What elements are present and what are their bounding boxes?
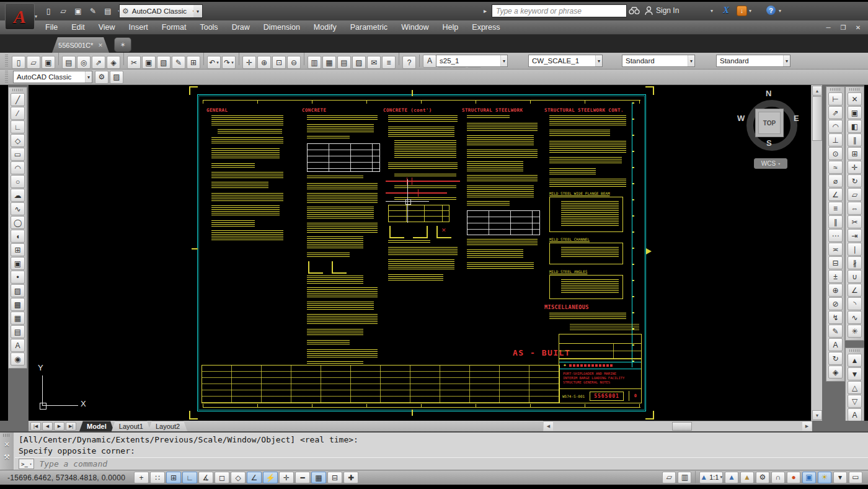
text-style-arrow-icon[interactable]: ▾ [500, 55, 507, 66]
diameter-dimension-button[interactable]: ⌀ [828, 174, 843, 187]
download-apps-icon[interactable]: ↓ [737, 6, 747, 16]
stretch-button[interactable]: ⇔ [848, 202, 862, 215]
dim-style-combo[interactable]: CW_SCALE_1 ▾ [528, 55, 603, 67]
object-snap-3d-button[interactable]: ◇ [231, 472, 246, 483]
undo-history-button[interactable]: ↶▾ [207, 56, 221, 69]
copy-button[interactable]: ▣ [848, 106, 862, 119]
wrench-icon[interactable]: ⚒ [2, 452, 12, 462]
transparency-button[interactable]: ▦ [311, 472, 326, 483]
angular-dimension-button[interactable]: ∠ [828, 188, 843, 201]
menu-express[interactable]: Express [465, 21, 507, 34]
plot-button[interactable]: ▤ [62, 56, 76, 69]
send-under-button[interactable]: ▽ [848, 395, 862, 408]
aligned-dimension-button[interactable]: ⇗ [828, 106, 843, 119]
ellipse-arc-button[interactable]: ◖ [11, 230, 25, 243]
viewcube[interactable]: N W E S TOP WCS ▾ [743, 96, 800, 171]
spline-button[interactable]: ∿ [11, 202, 25, 215]
ortho-mode-button[interactable]: ∟ [182, 472, 197, 483]
blend-curves-button[interactable]: ∿ [848, 311, 862, 324]
dimension-break-button[interactable]: ⊟ [828, 256, 843, 269]
open-button[interactable]: ▱ [27, 56, 40, 69]
help-button[interactable]: ? [402, 56, 416, 69]
workspace-switching-button[interactable]: ⚙ [756, 472, 769, 483]
command-prompt-button[interactable]: >_ ▾ [19, 459, 34, 469]
menu-draw[interactable]: Draw [225, 21, 257, 34]
dimension-edit-button[interactable]: ✎ [828, 325, 843, 338]
redo-history-dropdown-icon[interactable]: ▾ [231, 60, 234, 65]
make-block-button[interactable]: ▣ [11, 257, 25, 270]
object-snap-tracking-button[interactable]: ∠ [247, 472, 262, 483]
multileader-style-arrow-icon[interactable]: ▾ [783, 55, 790, 66]
open-file-button[interactable]: ▱ [56, 5, 70, 18]
quick-properties-button[interactable]: ⊟ [327, 472, 342, 483]
toolbar-lock-button[interactable]: ∩ [771, 472, 785, 483]
toolbar-grip[interactable] [5, 71, 8, 83]
gradient-button[interactable]: ▩ [11, 298, 25, 311]
bring-above-button[interactable]: △ [848, 381, 862, 394]
text-style-combo[interactable]: s25_1 ▾ [436, 55, 508, 67]
sign-in-button[interactable]: Sign In [645, 5, 679, 16]
move-button[interactable]: ✛ [848, 161, 862, 174]
workspace-extra-dropdown[interactable]: ▾ [193, 4, 203, 18]
scroll-down-button[interactable]: ▼ [812, 410, 822, 420]
text-to-front-button[interactable]: A [848, 408, 862, 421]
workspaces-combo[interactable]: AutoCAD Classic ▾ [13, 71, 92, 83]
hardware-acceleration-button[interactable]: ▣ [802, 472, 816, 483]
viewcube-top-face[interactable]: TOP [755, 109, 784, 137]
polar-tracking-button[interactable]: ∡ [198, 472, 213, 483]
multileader-style-combo[interactable]: Standard ▾ [716, 55, 790, 67]
chamfer-button[interactable]: ∠ [848, 284, 862, 297]
plot-preview-button[interactable]: ◎ [77, 56, 91, 69]
dimension-update-button[interactable]: ↻ [828, 352, 843, 365]
construction-line-button[interactable]: ⁄ [11, 107, 25, 120]
horizontal-scroll-thumb[interactable] [672, 422, 692, 431]
compass-east[interactable]: E [794, 114, 799, 123]
command-input[interactable] [38, 459, 868, 469]
publish-button[interactable]: ⇗ [92, 56, 105, 69]
undo-history-dropdown-icon[interactable]: ▾ [216, 60, 219, 65]
dynamic-ucs-button[interactable]: ⚡ [263, 472, 278, 483]
save-as-button[interactable]: ✎ [86, 5, 100, 18]
table-style-combo[interactable]: Standard ▾ [622, 55, 695, 67]
menu-insert[interactable]: Insert [122, 21, 155, 34]
isolate-objects-button[interactable]: ☀ [818, 472, 831, 483]
tab-menu-button[interactable]: ✶ [114, 37, 131, 52]
quick-dimension-button[interactable]: ≡ [828, 202, 843, 215]
scale-button[interactable]: ▱ [848, 188, 862, 201]
command-drag-handle[interactable] [3, 434, 11, 437]
menu-format[interactable]: Format [155, 21, 193, 34]
exchange-apps-icon[interactable]: X [723, 5, 729, 16]
dimension-style-manager-button[interactable]: ◈ [828, 366, 843, 379]
insert-block-button[interactable]: ⊞ [11, 243, 25, 256]
zoom-previous-button[interactable]: ⊖ [287, 56, 301, 69]
linear-dimension-button[interactable]: ⊢ [828, 92, 843, 105]
line-button[interactable]: ╱ [11, 93, 25, 106]
text-style-button[interactable]: A [423, 55, 436, 68]
annotation-scale-dropdown-icon[interactable]: ▾ [720, 475, 722, 480]
auto-annotate-button[interactable]: ▲ [740, 472, 754, 483]
rotate-button[interactable]: ↻ [848, 174, 862, 187]
search-button[interactable] [629, 6, 640, 15]
selection-cycling-button[interactable]: ✚ [343, 472, 358, 483]
scroll-left-button[interactable]: ◀ [544, 422, 553, 431]
table-style-arrow-icon[interactable]: ▾ [688, 55, 694, 66]
restore-window-button[interactable]: ❐ [837, 22, 849, 32]
inspection-button[interactable]: ⊘ [828, 297, 843, 310]
compass-south[interactable]: S [766, 138, 772, 148]
match-properties-button[interactable]: ✎ [172, 56, 185, 69]
block-editor-button[interactable]: ⊞ [187, 56, 200, 69]
array-button[interactable]: ⊞ [848, 147, 862, 160]
export-dwf-button[interactable]: ◈ [107, 56, 120, 69]
compass-north[interactable]: N [766, 89, 771, 98]
vertical-scroll-thumb[interactable] [812, 96, 822, 141]
tool-palettes-button[interactable]: ▤ [337, 56, 351, 69]
jogged-dimension-button[interactable]: ≈ [828, 161, 843, 174]
mirror-button[interactable]: ◧ [848, 120, 862, 133]
grid-display-button[interactable]: ⊞ [166, 472, 181, 483]
quick-view-layouts-button[interactable]: ▥ [678, 472, 691, 483]
performance-tuner-button[interactable]: ● [787, 472, 800, 483]
clean-screen-button[interactable]: ▭ [849, 472, 862, 483]
polyline-button[interactable]: ∟ [11, 120, 25, 133]
menu-window[interactable]: Window [394, 21, 435, 34]
menu-dimension[interactable]: Dimension [257, 21, 307, 34]
